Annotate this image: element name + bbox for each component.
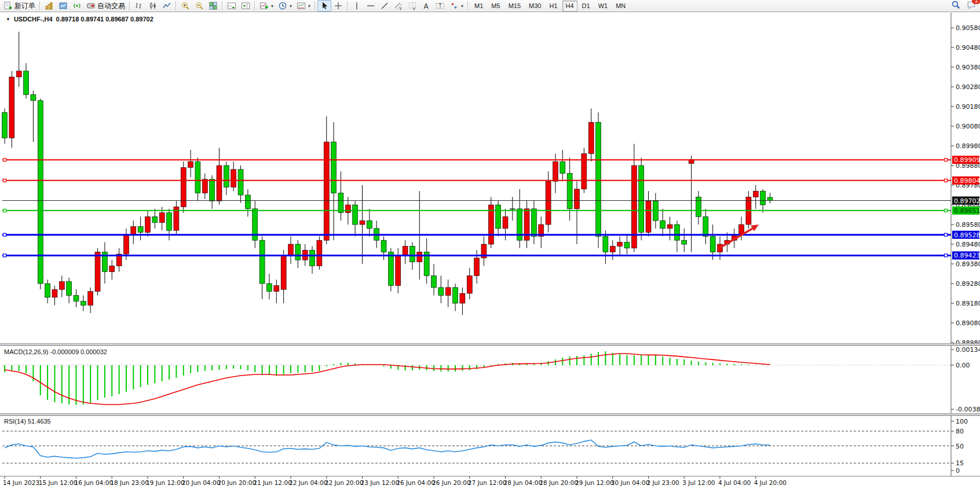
time-axis-label: 30 Jun 04:00 <box>611 479 650 486</box>
candle-body <box>245 195 250 209</box>
zoom-out-icon <box>195 1 204 10</box>
line-handle[interactable] <box>3 159 6 161</box>
toolbar-charts-button[interactable] <box>42 0 56 12</box>
toolbar-vertical-line-button[interactable] <box>350 0 364 12</box>
chat-icon[interactable]: 1 <box>967 0 977 12</box>
time-axis-label: 3 Jul 12:00 <box>682 479 715 486</box>
macd-axis-label: 0.00 <box>956 362 970 369</box>
timeframe-w1[interactable]: W1 <box>595 1 612 12</box>
candle-body <box>582 154 587 189</box>
candle-body <box>445 288 451 296</box>
time-axis-label: 21 Jun 12:00 <box>253 479 292 486</box>
toolbar-fibonacci-button[interactable]: E <box>392 0 405 12</box>
chart-expand-icon[interactable]: ▼ <box>6 17 10 22</box>
timeframe-mn[interactable]: MN <box>612 1 629 12</box>
toolbar-separator <box>347 1 348 10</box>
toolbar-candle-chart-button[interactable] <box>146 0 160 12</box>
candle-body <box>266 284 272 292</box>
rsi-axis-label: 15 <box>956 459 964 467</box>
toolbar-new-order-button[interactable]: 新订单 <box>1 0 38 12</box>
candle-body <box>2 112 8 138</box>
toolbar-line-chart-button[interactable] <box>160 0 174 12</box>
price-tag-label: 0.89804 <box>954 177 980 185</box>
candle-body <box>753 191 758 197</box>
toolbar-profiles-button[interactable] <box>56 0 70 12</box>
time-axis-label: 19 Jun 12:00 <box>146 479 185 486</box>
line-handle[interactable] <box>945 179 948 182</box>
toolbar-chart-shift-button[interactable] <box>239 0 253 12</box>
toolbar-group: EFAT▾ <box>350 0 466 12</box>
macd-axis-label: -0.00381 <box>956 406 980 413</box>
toolbar-trendline-button[interactable] <box>378 0 392 12</box>
candle-body <box>109 266 115 271</box>
toolbar-signals-button[interactable] <box>70 0 84 12</box>
line-handle[interactable] <box>3 254 6 257</box>
timeframe-m30[interactable]: M30 <box>525 1 544 12</box>
rsi-axis-label: 50 <box>956 443 964 450</box>
toolbar-crosshair-button[interactable] <box>331 0 345 12</box>
pane-separator-macd[interactable] <box>0 343 980 345</box>
timeframe-d1[interactable]: D1 <box>579 1 594 12</box>
toolbar-text-button[interactable]: A <box>419 0 433 12</box>
candle-body <box>417 252 422 262</box>
candle-body <box>603 236 608 252</box>
price-tag-label: 0.89528 <box>954 231 980 239</box>
search-icon[interactable] <box>951 0 961 12</box>
candle-body <box>274 285 279 291</box>
svg-text:E: E <box>400 6 402 10</box>
toolbar-tile-windows-button[interactable] <box>206 0 220 12</box>
timeframe-m5[interactable]: M5 <box>488 1 503 12</box>
timeframe-h4[interactable]: H4 <box>562 1 577 12</box>
candle-body <box>145 216 151 232</box>
toolbar-autotrading-button[interactable]: 自动交易 <box>84 0 127 12</box>
toolbar-equidistant-channel-button[interactable]: F <box>405 0 419 12</box>
line-handle[interactable] <box>945 254 948 257</box>
line-handle[interactable] <box>3 209 6 212</box>
line-handle[interactable] <box>945 209 948 212</box>
signals-icon <box>72 1 82 10</box>
toolbar-auto-scroll-button[interactable] <box>225 0 239 12</box>
toolbar-arrows-button[interactable]: ▾ <box>447 0 466 12</box>
toolbar-text-label-button[interactable]: T <box>433 0 447 12</box>
pane-separator-rsi[interactable] <box>0 413 980 416</box>
caret-down-icon: ▾ <box>271 3 273 9</box>
timeframe-h1[interactable]: H1 <box>546 1 561 12</box>
toolbar-indicators-button[interactable]: ▾ <box>257 0 276 12</box>
line-handle[interactable] <box>3 233 6 236</box>
candle-body <box>660 220 665 229</box>
chart-title: ▼ USDCHF-,H4 0.89718 0.89741 0.89687 0.8… <box>6 16 153 23</box>
time-axis-label: 26 Jun 04:00 <box>396 479 435 486</box>
toolbar-horizontal-line-button[interactable] <box>364 0 378 12</box>
candle-body <box>238 170 243 195</box>
candle-body <box>710 236 715 252</box>
timeframe-group: M1M5M15M30H1H4D1W1MN <box>470 0 630 12</box>
toolbar-periods-button[interactable]: ▾ <box>276 0 294 12</box>
line-handle[interactable] <box>945 159 948 161</box>
candle-body <box>631 166 637 248</box>
candle-body <box>231 170 236 187</box>
toolbar-cursor-button[interactable] <box>317 0 331 12</box>
timeframe-m15[interactable]: M15 <box>505 1 524 12</box>
candle-body <box>152 216 158 222</box>
text-icon: A <box>422 1 431 10</box>
time-axis-label: 22 Jun 20:00 <box>325 479 364 486</box>
toolbar-zoom-in-button[interactable] <box>178 0 192 12</box>
candle-body <box>188 161 193 167</box>
toolbar-templates-button[interactable]: ▾ <box>294 0 313 12</box>
chart-window[interactable]: 0.905800.904800.903800.902800.901800.900… <box>0 12 980 489</box>
candle-body <box>159 213 164 223</box>
toolbar-zoom-out-button[interactable] <box>192 0 206 12</box>
toolbar-bar-chart-button[interactable] <box>132 0 146 12</box>
time-axis-label: 18 Jun 23:00 <box>110 479 149 486</box>
line-handle[interactable] <box>945 233 948 236</box>
time-axis-label: 20 Jun 20:00 <box>218 479 257 486</box>
bar-chart-icon <box>134 1 144 10</box>
timeframe-m1[interactable]: M1 <box>471 1 487 12</box>
chart-canvas[interactable]: 0.905800.904800.903800.902800.901800.900… <box>0 13 980 489</box>
candle-body <box>718 244 723 252</box>
candle-body <box>388 252 393 286</box>
chart-ohlc-quotes: 0.89718 0.89741 0.89687 0.89702 <box>56 16 153 23</box>
rsi-axis-label: 80 <box>956 428 964 435</box>
shapes-icon <box>449 1 459 10</box>
line-handle[interactable] <box>3 179 6 182</box>
